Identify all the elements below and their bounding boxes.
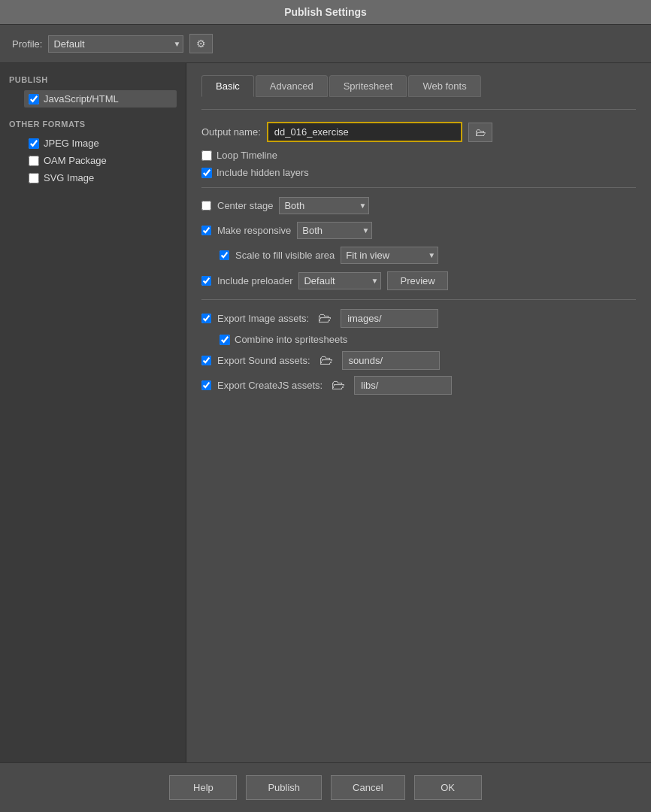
publish-section-title: PUBLISH [9, 75, 177, 84]
main-content: PUBLISH JavaScript/HTML OTHER FORMATS JP… [0, 63, 651, 762]
cancel-label: Cancel [353, 782, 383, 793]
ok-button[interactable]: OK [414, 775, 482, 800]
export-image-checkbox[interactable] [201, 314, 211, 323]
combine-spritesheets-checkbox[interactable] [220, 335, 230, 345]
include-hidden-layers-label: Include hidden layers [216, 167, 309, 178]
include-preloader-label: Include preloader [217, 275, 292, 286]
include-preloader-row: Include preloader Default Custom None ▼ … [201, 271, 636, 290]
svg-checkbox[interactable] [29, 173, 39, 183]
center-stage-select-wrapper: Both Horizontal Vertical None ▼ [279, 197, 369, 214]
loop-timeline-checkbox[interactable] [201, 150, 212, 161]
preloader-select-wrapper: Default Custom None ▼ [298, 272, 381, 289]
loop-timeline-label: Loop Timeline [216, 150, 277, 161]
preview-label: Preview [400, 275, 435, 286]
export-sound-row: Export Sound assets: 🗁 [201, 351, 636, 370]
dialog-title: Publish Settings [284, 6, 367, 18]
center-stage-checkbox[interactable] [201, 201, 211, 211]
help-button[interactable]: Help [169, 775, 237, 800]
right-panel: Basic Advanced Spritesheet Web fonts Out… [186, 63, 651, 762]
make-responsive-row: Make responsive Both Width Height None ▼ [201, 222, 636, 239]
tab-basic[interactable]: Basic [201, 75, 254, 97]
export-createjs-checkbox[interactable] [201, 380, 211, 390]
gear-icon: ⚙ [196, 38, 206, 50]
make-responsive-checkbox[interactable] [201, 226, 211, 235]
make-responsive-label: Make responsive [217, 225, 291, 236]
preview-button[interactable]: Preview [387, 271, 447, 290]
createjs-folder-button[interactable]: 🗁 [329, 376, 348, 395]
export-createjs-label: Export CreateJS assets: [217, 380, 322, 391]
gear-button[interactable]: ⚙ [189, 34, 213, 53]
folder-icon: 🗁 [475, 126, 486, 138]
divider-2 [201, 299, 636, 300]
profile-bar: Profile: Default ▼ ⚙ [0, 25, 651, 63]
folder-icon: 🗁 [318, 311, 332, 326]
export-createjs-path-input[interactable] [354, 376, 452, 395]
oam-checkbox[interactable] [29, 156, 39, 166]
publish-button[interactable]: Publish [246, 775, 322, 800]
oam-label: OAM Package [44, 155, 107, 166]
scale-to-fill-label: Scale to fill visible area [235, 250, 335, 261]
export-sound-path-input[interactable] [342, 351, 440, 370]
folder-icon: 🗁 [332, 377, 345, 392]
divider-1 [201, 187, 636, 188]
sidebar-item-js-html[interactable]: JavaScript/HTML [24, 90, 177, 108]
svg-label: SVG Image [44, 172, 94, 183]
loop-timeline-row: Loop Timeline [201, 150, 636, 161]
js-html-checkbox[interactable] [29, 94, 39, 105]
export-image-row: Export Image assets: 🗁 [201, 309, 636, 328]
sidebar-item-oam[interactable]: OAM Package [24, 152, 177, 169]
export-sound-label: Export Sound assets: [217, 355, 310, 366]
tab-content-basic: Output name: 🗁 Loop Timeline Include hid… [201, 109, 636, 401]
sidebar: PUBLISH JavaScript/HTML OTHER FORMATS JP… [0, 63, 186, 762]
make-responsive-select[interactable]: Both Width Height None [297, 222, 372, 239]
footer: Help Publish Cancel OK [0, 762, 651, 812]
include-hidden-layers-checkbox[interactable] [201, 168, 212, 178]
export-createjs-row: Export CreateJS assets: 🗁 [201, 376, 636, 395]
profile-select[interactable]: Default [48, 35, 183, 53]
export-sound-checkbox[interactable] [201, 356, 211, 365]
combine-spritesheets-label: Combine into spritesheets [235, 334, 347, 345]
include-preloader-checkbox[interactable] [201, 276, 211, 286]
export-image-path-input[interactable] [341, 309, 438, 328]
output-name-input[interactable] [267, 122, 462, 142]
scale-to-fill-checkbox[interactable] [220, 250, 229, 260]
tab-advanced[interactable]: Advanced [256, 75, 328, 97]
make-responsive-select-wrapper: Both Width Height None ▼ [297, 222, 372, 239]
center-stage-select[interactable]: Both Horizontal Vertical None [279, 197, 369, 214]
tabs: Basic Advanced Spritesheet Web fonts [201, 75, 636, 97]
combine-spritesheets-row: Combine into spritesheets [220, 334, 636, 345]
image-folder-button[interactable]: 🗁 [315, 309, 335, 328]
help-label: Help [193, 782, 213, 793]
output-name-label: Output name: [201, 126, 261, 138]
title-bar: Publish Settings [0, 0, 651, 25]
preloader-select[interactable]: Default Custom None [298, 272, 381, 289]
scale-to-fill-select[interactable]: Fit in view Fill to view [341, 247, 438, 264]
folder-icon: 🗁 [319, 353, 333, 368]
other-formats-title: OTHER FORMATS [9, 120, 177, 129]
sidebar-item-jpeg[interactable]: JPEG Image [24, 135, 177, 152]
jpeg-label: JPEG Image [44, 138, 99, 149]
output-name-row: Output name: 🗁 [201, 122, 636, 142]
profile-label: Profile: [12, 38, 42, 50]
tab-webfonts[interactable]: Web fonts [408, 75, 480, 97]
ok-label: OK [441, 782, 455, 793]
jpeg-checkbox[interactable] [29, 138, 39, 149]
scale-to-fill-select-wrapper: Fit in view Fill to view ▼ [341, 247, 438, 264]
center-stage-row: Center stage Both Horizontal Vertical No… [201, 197, 636, 214]
include-hidden-layers-row: Include hidden layers [201, 167, 636, 178]
js-html-label: JavaScript/HTML [44, 93, 119, 105]
publish-label: Publish [268, 782, 300, 793]
tab-spritesheet[interactable]: Spritesheet [329, 75, 407, 97]
scale-to-fill-row: Scale to fill visible area Fit in view F… [220, 247, 636, 264]
export-image-label: Export Image assets: [217, 313, 309, 324]
publish-settings-dialog: Publish Settings Profile: Default ▼ ⚙ PU… [0, 0, 651, 812]
center-stage-label: Center stage [217, 200, 273, 211]
cancel-button[interactable]: Cancel [331, 775, 404, 800]
sound-folder-button[interactable]: 🗁 [316, 351, 336, 370]
output-folder-button[interactable]: 🗁 [468, 123, 492, 142]
sidebar-item-svg[interactable]: SVG Image [24, 169, 177, 186]
profile-select-wrapper: Default ▼ [48, 35, 183, 53]
